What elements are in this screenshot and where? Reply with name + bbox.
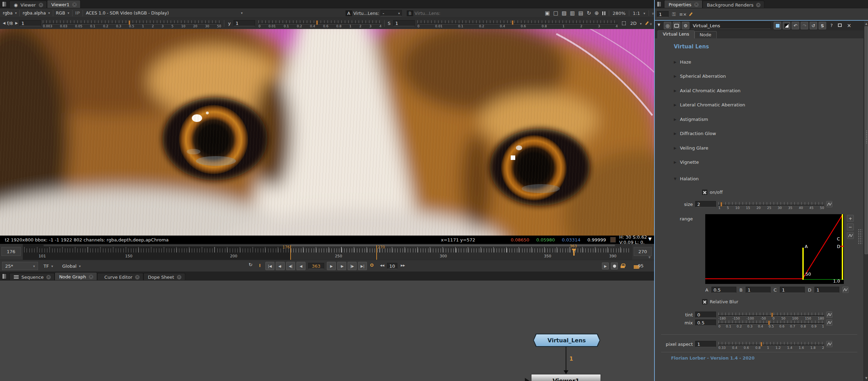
loop-mode-toggle[interactable]: O <box>369 262 375 270</box>
close-icon[interactable]: × <box>72 2 77 7</box>
node-graph-canvas[interactable]: Virtual_Lens 1 Viewer1 <box>0 280 654 381</box>
node-viewer1[interactable]: Viewer1 <box>531 374 601 381</box>
node-virtual-lens[interactable]: Virtual_Lens <box>533 334 600 347</box>
halation-group-header[interactable]: ▼ Halation <box>674 175 699 182</box>
properties-scrollbar[interactable]: ▲ ▼ <box>864 21 868 381</box>
range-d-input[interactable] <box>814 287 839 293</box>
format-overlay-icon[interactable]: □ <box>553 10 558 16</box>
gain-slider[interactable]: 0.0030.030.050.10.20.30.5123510203050 <box>43 19 221 29</box>
display-channels-dropdown[interactable]: RGB ▾ <box>53 8 72 18</box>
step-back-button[interactable]: ◀| <box>286 262 295 270</box>
node-pipe[interactable] <box>566 347 566 371</box>
curve-icon[interactable] <box>826 341 832 347</box>
gl-color-swatch[interactable] <box>783 22 790 29</box>
tab-node[interactable]: Node <box>695 31 717 38</box>
out-marker[interactable]: 270 <box>376 245 377 260</box>
frame-increment-input[interactable] <box>387 263 397 269</box>
pixel-aspect-slider[interactable]: 0.330.40.60.811.21.41.61.82 <box>718 341 824 351</box>
close-icon[interactable]: × <box>46 275 51 279</box>
pane-menu-icon[interactable] <box>2 274 7 279</box>
tab-curve-editor[interactable]: Curve Editor × <box>97 273 143 280</box>
range-c-input[interactable] <box>780 287 805 293</box>
collapse-toolbar-icon[interactable]: » <box>649 23 654 25</box>
alpha-layer-dropdown[interactable]: rgba.alpha ▾ <box>20 8 53 18</box>
lens-group-row[interactable]: ▶ Haze <box>674 58 745 65</box>
onoff-checkbox-row[interactable]: on/off <box>702 190 723 195</box>
mix-slider[interactable]: 00.10.20.30.40.50.60.70.80.91 <box>718 319 824 330</box>
input-b-badge[interactable]: B <box>407 10 413 16</box>
mix-input[interactable] <box>695 320 716 326</box>
gamma-slider[interactable]: 00.010.10.20.40.60.81234 <box>258 19 381 29</box>
revert-icon[interactable]: ↺ <box>810 22 817 29</box>
roi-region-icon[interactable] <box>622 21 626 25</box>
input-a-node[interactable]: Virtu...Lens: <box>353 11 379 16</box>
next-increment-button[interactable]: ▶▶ <box>399 262 406 270</box>
gain-next-icon[interactable]: ▶ <box>15 21 18 25</box>
node-color-swatch[interactable] <box>774 22 781 29</box>
relative-blur-checkbox-row[interactable]: Relative Blur <box>702 299 738 304</box>
tab-node-graph[interactable]: Node Graph × <box>55 272 97 280</box>
play-forward-keyframe-button[interactable]: ·▶ <box>337 262 346 270</box>
tab-viewer[interactable]: ◉ Viewer × <box>9 1 47 8</box>
saturation-slider[interactable]: 00.010.10.20.40.60.81234 <box>417 19 618 29</box>
lens-group-row[interactable]: ▶ Astigmatism <box>674 116 745 123</box>
range-curve-editor[interactable]: A .50 C D 1.0 <box>705 214 844 284</box>
fps-dropdown[interactable]: 25* ▾ <box>2 262 38 270</box>
play-backward-keyframe-button[interactable]: ◀· <box>276 262 285 270</box>
close-icon[interactable]: × <box>756 3 761 7</box>
wrench-icon[interactable]: ⚙ <box>682 22 689 29</box>
in-marker[interactable]: 176 <box>290 245 291 260</box>
center-node-icon[interactable]: ◎ <box>664 22 671 29</box>
lock-range-icon[interactable] <box>621 264 625 268</box>
max-panels-input[interactable] <box>657 11 669 17</box>
play-forward-button[interactable]: ▶ <box>327 262 336 270</box>
scrollbar-thumb[interactable] <box>865 26 868 254</box>
size-slider[interactable]: 15101520253035404550 <box>718 201 824 211</box>
size-input[interactable] <box>695 201 716 207</box>
curve-icon[interactable] <box>826 312 832 318</box>
refresh-icon[interactable]: ↻ <box>587 10 591 16</box>
range-end-box[interactable]: 270 <box>634 247 652 256</box>
lens-group-row[interactable]: ▶ Axial Chromatic Aberration <box>674 87 745 94</box>
proxy-mode-icon[interactable]: ▨ <box>562 10 566 16</box>
tint-input[interactable] <box>695 312 716 318</box>
gamut-display-icon[interactable]: ▣ <box>545 10 550 16</box>
curve-icon[interactable] <box>842 287 849 293</box>
expand-triangle-icon[interactable]: ▼ <box>648 236 652 241</box>
close-icon[interactable]: × <box>89 275 93 279</box>
lens-group-row[interactable]: ▶ Lateral Chromatic Aberration <box>674 102 745 108</box>
lens-group-row[interactable]: ▶ Vignette <box>674 159 745 166</box>
prev-increment-button[interactable]: ◀◀ <box>379 262 386 270</box>
tab-virtual-lens[interactable]: Virtual Lens <box>658 30 695 38</box>
close-panel-icon[interactable]: × <box>847 22 851 29</box>
input-process-toggle[interactable]: IP <box>73 8 83 18</box>
input-b-node[interactable]: Virtu...Lens: <box>415 11 441 16</box>
input-a-badge[interactable]: A <box>346 10 352 16</box>
playback-mode-icon[interactable]: ▶ <box>602 263 609 269</box>
gamma-input[interactable] <box>234 20 255 26</box>
close-icon[interactable]: × <box>39 3 43 7</box>
timeline-format-dropdown[interactable]: TF ▾ <box>41 262 56 270</box>
collapse-timeline-icon[interactable]: » <box>647 256 652 258</box>
undo-icon[interactable]: ↶ <box>792 22 799 29</box>
compare-wipe-icon[interactable]: ▥ <box>570 10 575 16</box>
step-forward-button[interactable]: |▶ <box>348 262 357 270</box>
edit-icon[interactable] <box>689 12 693 17</box>
pane-menu-icon[interactable] <box>2 1 7 7</box>
scroll-up-icon[interactable]: ▲ <box>864 22 868 25</box>
range-b-input[interactable] <box>746 287 771 293</box>
gain-input[interactable] <box>19 20 41 26</box>
range-lock-toggle[interactable]: I <box>257 262 263 270</box>
curve-icon[interactable] <box>847 232 854 239</box>
layer-stack-icon[interactable]: ▤ <box>578 10 583 16</box>
lens-group-row[interactable]: ▶ Veiling Glare <box>674 144 745 151</box>
view-mode-dropdown[interactable]: 2D <box>630 21 636 26</box>
viewer-image-area[interactable] <box>0 29 654 236</box>
tab-dope-sheet[interactable]: Dope Sheet × <box>143 273 185 280</box>
monitor-icon[interactable] <box>673 22 680 29</box>
tab-properties[interactable]: Properties × <box>664 0 702 8</box>
chevron-down-icon[interactable]: ▾ <box>640 22 642 26</box>
node-name-input[interactable] <box>691 22 771 29</box>
resize-grip[interactable] <box>858 229 862 245</box>
pencil-icon[interactable] <box>645 21 649 26</box>
